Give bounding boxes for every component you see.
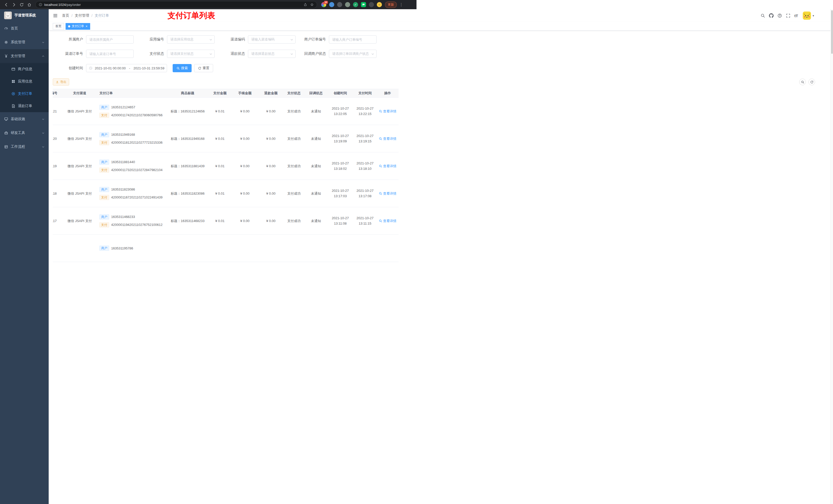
pay-tag: 支付 (99, 140, 109, 145)
site-info-icon[interactable] (39, 3, 42, 6)
close-icon[interactable]: × (86, 25, 88, 28)
cell-title (166, 235, 209, 252)
notify-status-select[interactable]: 请选择订单回调商户状态 (329, 50, 377, 58)
sidebar-item-refund-order[interactable]: 退款订单 (0, 100, 49, 112)
merchant-order-no: 1635311468233 (111, 214, 135, 219)
emoji-extension-icon[interactable] (377, 2, 382, 7)
cell-created: 2021-10-27 13:22:05 (327, 98, 354, 125)
hamburger-icon[interactable] (53, 13, 58, 18)
view-detail-link[interactable]: 查看详情 (379, 191, 397, 196)
tags-view: 首页 支付订单 × (49, 22, 416, 31)
browser-back-button[interactable] (3, 1, 10, 8)
filter-app-id: 应用编号 请选择应用信息 (134, 35, 215, 44)
address-bar[interactable]: localhost:1024/pay/order (35, 1, 317, 8)
pay-status-select[interactable]: 请选择支付状态 (167, 50, 215, 58)
cell-amount: ¥ 0.01 (209, 207, 231, 234)
cell-paid: 2021-10-27 13:22:15 (354, 98, 377, 125)
merchant-order-no-input[interactable] (329, 35, 377, 44)
chevron-down-icon (209, 52, 212, 55)
cell-created: 2021-10-27 13:18:02 (327, 152, 354, 179)
vue-devtools-extension-icon[interactable]: ✓ (353, 2, 358, 7)
filter-label: 退款状态 (215, 51, 248, 56)
column-header-amount: 支付金额 (209, 89, 231, 97)
search-button[interactable]: 搜索 (173, 64, 192, 72)
orders-table: 编号 支付渠道 支付订单 商品标题 支付金额 手续金额 退款金额 支付状态 回调… (53, 89, 399, 252)
cell-paid (354, 235, 377, 252)
pin-extension-icon[interactable] (369, 2, 374, 7)
browser-home-button[interactable] (26, 1, 33, 8)
page-content: 所属商户 应用编号 请选择应用信息 渠道编码 请输入渠道编码 (49, 31, 416, 252)
browser-update-button[interactable]: 更新 (385, 2, 397, 8)
bookmark-star-icon[interactable] (310, 3, 314, 6)
app-logo[interactable]: 芋道管理系统 (0, 9, 49, 22)
sidebar-item-home[interactable]: 首页 (0, 22, 49, 35)
breadcrumb: 首页 / 支付管理 / 支付订单 (62, 13, 109, 18)
cell-pay-order: 商户1635311881440 支付4200001173202110272847… (98, 152, 166, 179)
cell-channel: 微信 JSAPI 支付 (62, 98, 98, 125)
app-id-select[interactable]: 请选择应用信息 (167, 35, 215, 44)
sidebar-item-payment[interactable]: 支付管理 (0, 49, 49, 63)
forward-arrow-icon (12, 3, 16, 7)
cell-status: 支付成功 (283, 180, 305, 207)
chat-extension-icon[interactable] (361, 2, 366, 7)
gray-green-extension-icon[interactable] (345, 2, 350, 7)
merchant-input[interactable] (86, 35, 134, 44)
view-detail-link[interactable]: 查看详情 (379, 109, 397, 114)
url-text: localhost:1024/pay/order (44, 3, 302, 7)
sidebar-item-pay-order[interactable]: 支付订单 (0, 88, 49, 100)
column-header-paid: 支付时间 (354, 89, 377, 97)
cell-title: 标题：1635311468233 (166, 207, 209, 234)
sidebar-item-merchant-info[interactable]: 商户信息 (0, 63, 49, 75)
breadcrumb-payment[interactable]: 支付管理 (75, 13, 89, 18)
order-target-icon (11, 92, 15, 96)
breadcrumb-home[interactable]: 首页 (62, 13, 69, 18)
tag-pay-order[interactable]: 支付订单 × (66, 23, 90, 30)
view-detail-link[interactable]: 查看详情 (379, 136, 397, 141)
reset-button[interactable]: 重置 (194, 64, 213, 72)
refund-doc-icon (11, 104, 15, 108)
filter-label: 创建时间 (53, 66, 86, 70)
browser-toolbar: localhost:1024/pay/order 10 ✓ 更新 ⋮ (0, 0, 416, 9)
select-placeholder: 请选择订单回调商户状态 (332, 51, 369, 56)
view-detail-label: 查看详情 (383, 163, 397, 169)
share-icon[interactable] (304, 3, 307, 6)
filter-label: 商户订单编号 (295, 37, 329, 42)
export-button[interactable]: 导出 (53, 78, 69, 86)
table-row: 120 微信 JSAPI 支付 商户1635311949168 支付420000… (53, 125, 399, 152)
dark-extension-icon[interactable] (337, 2, 342, 7)
blue-extension-icon[interactable] (329, 2, 334, 7)
browser-forward-button[interactable] (10, 1, 18, 8)
chevron-down-icon (371, 52, 374, 55)
sidebar-item-app-info[interactable]: 应用信息 (0, 75, 49, 88)
filter-pay-status: 支付状态 请选择支付状态 (134, 50, 215, 58)
browser-menu-button[interactable]: ⋮ (399, 2, 403, 7)
cell-status (283, 235, 305, 252)
column-header-created: 创建时间 (327, 89, 354, 97)
create-time-range-picker[interactable]: 2021-10-01 00:00:00 - 2021-10-31 23:59:5… (86, 64, 167, 72)
channel-order-no-input[interactable] (86, 50, 134, 58)
cell-actions: 查看详情 (377, 180, 399, 207)
table-header: 编号 支付渠道 支付订单 商品标题 支付金额 手续金额 退款金额 支付状态 回调… (53, 89, 399, 98)
sidebar-item-label: 工作流程 (11, 144, 25, 149)
sidebar-item-devtools[interactable]: 研发工具 (0, 126, 49, 140)
pay-tag: 支付 (99, 195, 109, 200)
chat-bubble-icon (362, 3, 365, 6)
cell-channel: 微信 JSAPI 支付 (62, 125, 98, 152)
cell-channel: 微信 JSAPI 支付 (62, 207, 98, 234)
export-button-label: 导出 (60, 80, 66, 84)
color-wheel-extension-icon[interactable]: 10 (321, 2, 326, 7)
view-detail-link[interactable]: 查看详情 (379, 218, 397, 223)
sidebar-item-system[interactable]: 系统管理 (0, 35, 49, 49)
tag-home[interactable]: 首页 (53, 23, 64, 30)
refund-status-select[interactable]: 请选择退款状态 (248, 50, 295, 58)
column-header-notify: 回调状态 (305, 89, 327, 97)
sidebar-item-infra[interactable]: 基础设施 (0, 112, 49, 126)
browser-reload-button[interactable] (18, 1, 25, 8)
view-detail-link[interactable]: 查看详情 (379, 163, 397, 169)
navbar: 首页 / 支付管理 / 支付订单 支付订单列表 tT ▾ (49, 9, 416, 22)
cell-title: 标题：1635311823086 (166, 180, 209, 207)
channel-code-select[interactable]: 请输入渠道编码 (248, 35, 295, 44)
devtool-box-icon (4, 131, 8, 135)
sidebar-item-workflow[interactable]: 工作流程 (0, 140, 49, 154)
filter-row-2: 渠道订单号 支付状态 请选择支付状态 退款状态 请选择退款状态 (53, 50, 416, 58)
